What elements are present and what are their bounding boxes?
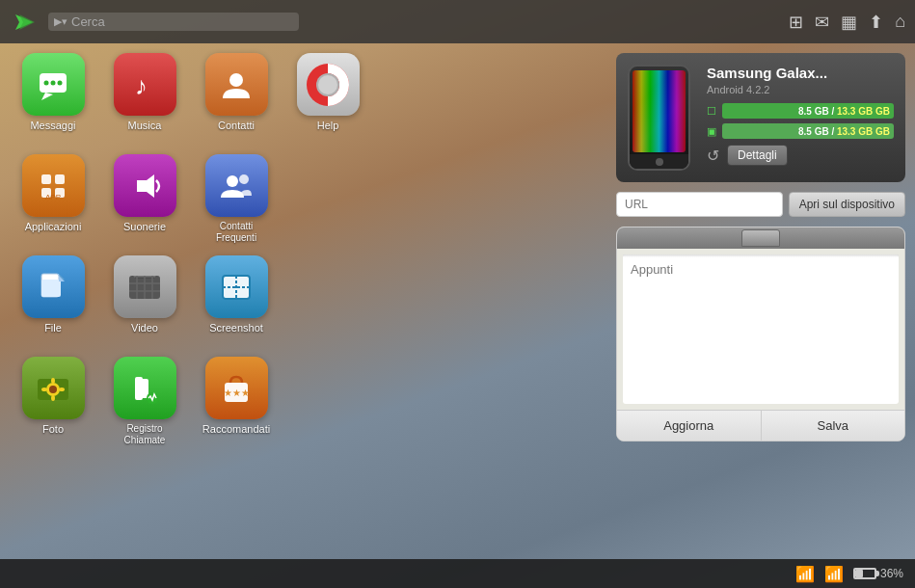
foto-icon — [22, 357, 85, 419]
app-video[interactable]: Video — [101, 255, 188, 352]
grid-icon[interactable]: ⊞ — [789, 12, 803, 33]
messaggi-icon — [22, 53, 85, 116]
appunti-textarea[interactable] — [631, 262, 891, 392]
search-wrapper: ▶▾ — [48, 13, 299, 31]
mail-icon[interactable]: ✉ — [815, 12, 829, 33]
svg-point-5 — [51, 80, 56, 85]
toolbar: ▶▾ ⊞ ✉ ▦ ⬆ ⌂ — [0, 0, 915, 43]
svg-marker-3 — [41, 93, 53, 100]
storage-sd-text: 8.5 GB / 13.3 GB GB — [798, 126, 890, 137]
app-grid: Messaggi ♪ Musica Contatti Help — [10, 53, 371, 453]
dettagli-button[interactable]: Dettagli — [727, 145, 788, 166]
svg-rect-14 — [55, 174, 65, 184]
app-raccomandati[interactable]: ★★★ Raccomandati — [193, 357, 280, 453]
salva-button[interactable]: Salva — [762, 411, 905, 441]
help-label: Help — [317, 120, 339, 132]
screenshot-icon — [205, 255, 268, 318]
svg-rect-13 — [41, 174, 51, 184]
raccomandati-icon: ★★★ — [205, 357, 268, 419]
app-contatti[interactable]: Contatti — [193, 53, 280, 149]
storage-sd-bar: 8.5 GB / 13.3 GB GB — [722, 123, 894, 139]
applicazioni-label: Applicazioni — [25, 221, 82, 233]
app-contatti-freq[interactable]: ContattiFrequenti — [193, 154, 280, 251]
battery-tip — [876, 571, 879, 576]
upload-icon[interactable]: ⬆ — [869, 12, 883, 33]
app-screenshot[interactable]: Screenshot — [193, 255, 280, 352]
clipboard-clip — [741, 229, 780, 247]
contatti-freq-icon — [205, 154, 268, 217]
svg-rect-24 — [41, 280, 61, 297]
suonerie-icon — [114, 154, 176, 217]
url-input[interactable] — [616, 192, 783, 217]
svg-point-43 — [59, 388, 65, 391]
messaggi-label: Messaggi — [30, 120, 75, 132]
suonerie-label: Suonerie — [123, 221, 166, 233]
device-card: Samsung Galax... Android 4.2.2 ☐ 8.5 GB … — [616, 53, 905, 182]
screenshot-label: Screenshot — [209, 322, 263, 334]
status-bar: 📶 📶 36% — [0, 559, 915, 588]
svg-text:★★★: ★★★ — [224, 388, 250, 398]
contatti-icon — [205, 53, 268, 116]
svg-text:♪: ♪ — [135, 71, 148, 100]
svg-point-4 — [44, 80, 49, 85]
toolbar-icons: ⊞ ✉ ▦ ⬆ ⌂ — [789, 12, 905, 33]
svg-text:APP: APP — [45, 193, 61, 201]
contatti-label: Contatti — [218, 120, 255, 132]
grid2-icon[interactable]: ▦ — [841, 12, 857, 33]
app-registro[interactable]: RegistroChiamate — [101, 357, 188, 453]
svg-point-12 — [318, 75, 337, 94]
app-file[interactable]: File — [10, 255, 96, 352]
app-foto[interactable]: Foto — [10, 357, 96, 453]
storage-internal-icon: ☐ — [707, 105, 716, 118]
file-icon — [22, 255, 85, 318]
app-musica[interactable]: ♪ Musica — [101, 53, 188, 149]
registro-icon — [114, 357, 176, 419]
logo — [10, 7, 40, 38]
phone-button — [656, 158, 663, 166]
app-suonerie[interactable]: Suonerie — [101, 154, 188, 251]
spectrum-display — [632, 70, 686, 152]
device-info: Samsung Galax... Android 4.2.2 ☐ 8.5 GB … — [707, 65, 894, 166]
storage-internal-bar: 8.5 GB / 13.3 GB GB — [722, 103, 894, 119]
svg-point-40 — [51, 378, 55, 384]
svg-point-41 — [51, 395, 55, 401]
device-image — [628, 65, 695, 171]
contatti-freq-label: ContattiFrequenti — [216, 221, 256, 244]
video-icon — [114, 255, 176, 318]
battery-fill — [855, 570, 863, 577]
storage-sd-row: ▣ 8.5 GB / 13.3 GB GB — [707, 123, 894, 139]
app-messaggi[interactable]: Messaggi — [10, 53, 96, 149]
battery-percent: 36% — [880, 567, 903, 580]
device-phone-bottom — [630, 154, 688, 169]
app-help[interactable]: Help — [284, 53, 371, 149]
apri-button[interactable]: Apri sul dispositivo — [789, 192, 905, 217]
musica-icon: ♪ — [114, 53, 176, 116]
right-panel: Samsung Galax... Android 4.2.2 ☐ 8.5 GB … — [616, 53, 905, 441]
raccomandati-label: Raccomandati — [202, 423, 270, 436]
device-name: Samsung Galax... — [707, 65, 894, 81]
clipboard-actions: Aggiorna Salva — [617, 410, 904, 441]
app-applicazioni[interactable]: APP Applicazioni — [10, 154, 96, 251]
device-phone — [628, 65, 690, 171]
storage-internal-text: 8.5 GB / 13.3 GB GB — [798, 106, 890, 117]
home-icon[interactable]: ⌂ — [895, 12, 905, 32]
registro-label: RegistroChiamate — [124, 423, 166, 446]
battery-indicator: 36% — [853, 567, 903, 580]
battery-outer — [853, 568, 876, 579]
svg-point-39 — [49, 386, 57, 393]
refresh-icon[interactable]: ↺ — [707, 147, 719, 165]
device-actions: ↺ Dettagli — [707, 145, 894, 166]
clipboard-paper — [623, 254, 899, 404]
search-dropdown-arrow[interactable]: ▶▾ — [54, 15, 67, 28]
svg-point-6 — [58, 80, 63, 85]
wifi-icon: 📶 — [795, 565, 815, 583]
svg-point-20 — [239, 174, 249, 184]
help-icon — [297, 53, 360, 116]
device-screen — [632, 70, 686, 152]
video-label: Video — [131, 322, 158, 334]
clipboard-top — [617, 227, 904, 249]
foto-label: Foto — [42, 423, 64, 436]
file-label: File — [44, 322, 62, 334]
search-input[interactable] — [71, 14, 293, 29]
aggiorna-button[interactable]: Aggiorna — [617, 411, 762, 441]
